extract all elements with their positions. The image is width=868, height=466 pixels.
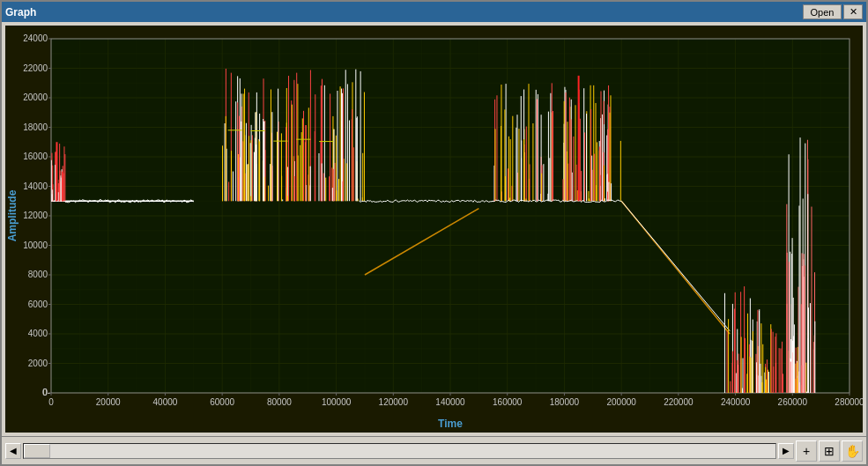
chart-area bbox=[5, 26, 863, 433]
close-button[interactable]: ✕ bbox=[843, 4, 863, 19]
horizontal-scrollbar[interactable] bbox=[23, 443, 776, 459]
title-buttons: Open ✕ bbox=[803, 4, 863, 19]
scroll-left-arrow[interactable]: ◀ bbox=[5, 443, 21, 459]
window-title: Graph bbox=[5, 6, 36, 18]
scroll-thumb[interactable] bbox=[24, 444, 50, 458]
zoom-fit-button[interactable]: ⊞ bbox=[819, 440, 840, 462]
title-bar: Graph Open ✕ bbox=[2, 2, 866, 22]
scroll-right-arrow[interactable]: ▶ bbox=[778, 443, 794, 459]
main-window: Graph Open ✕ ◀ ▶ + ⊞ ✋ bbox=[0, 0, 868, 466]
pan-button[interactable]: ✋ bbox=[842, 440, 863, 462]
zoom-in-button[interactable]: + bbox=[796, 440, 817, 462]
bottom-bar: ◀ ▶ + ⊞ ✋ bbox=[2, 436, 866, 464]
open-button[interactable]: Open bbox=[803, 4, 842, 19]
graph-canvas bbox=[5, 26, 863, 433]
